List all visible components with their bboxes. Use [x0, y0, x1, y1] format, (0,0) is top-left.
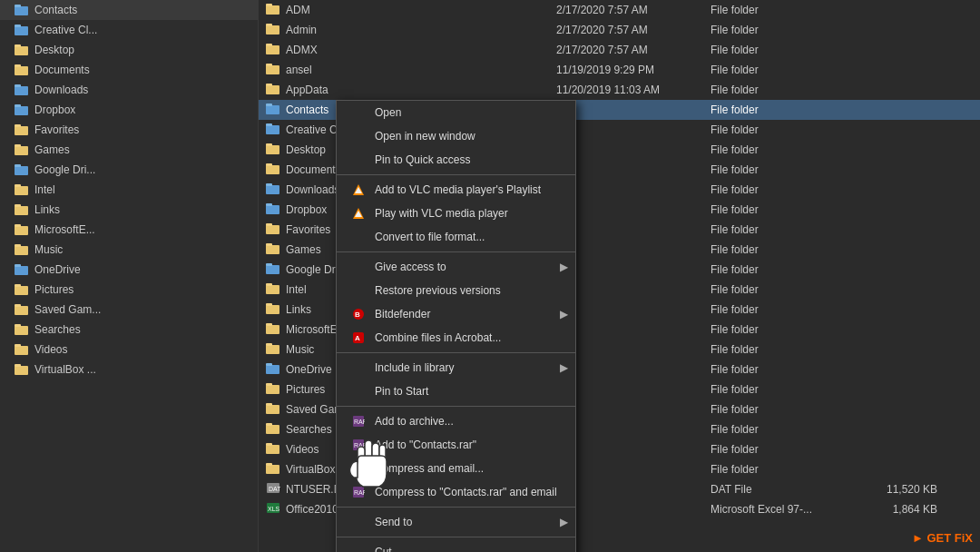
explorer-background: Contacts Creative Cl... Desktop Document… — [0, 0, 980, 552]
file-row-ansel[interactable]: ansel 11/19/2019 9:29 PM File folder — [259, 60, 980, 80]
ctx-compress-email[interactable]: RAR Compress and email... — [337, 457, 575, 480]
svg-rect-21 — [15, 204, 21, 207]
svg-rect-34 — [15, 346, 28, 355]
sidebar-item-documents[interactable]: Documents — [0, 60, 258, 80]
sidebar-item-savedgames[interactable]: Saved Gam... — [0, 300, 258, 320]
svg-rect-2 — [15, 26, 28, 35]
sidebar-item-microsoft[interactable]: MicrosoftE... — [0, 220, 258, 240]
ctx-convert[interactable]: Convert to file format... — [337, 225, 575, 249]
svg-rect-9 — [15, 84, 21, 87]
sidebar-item-games[interactable]: Games — [0, 140, 258, 160]
svg-rect-67 — [266, 283, 272, 286]
sidebar-item-virtualbox[interactable]: VirtualBox ... — [0, 360, 258, 380]
ctx-open[interactable]: Open — [337, 101, 575, 124]
folder-icon — [15, 323, 29, 336]
arrow-icon: ▶ — [560, 261, 568, 273]
file-row-admin[interactable]: Admin 2/17/2020 7:57 AM File folder — [259, 20, 980, 40]
folder-icon — [15, 343, 29, 356]
svg-rect-72 — [266, 345, 279, 354]
ctx-separator-2 — [337, 251, 575, 252]
sidebar-item-pictures[interactable]: Pictures — [0, 280, 258, 300]
ctx-vlc-play[interactable]: Play with VLC media player — [337, 202, 575, 225]
sidebar-item-favorites[interactable]: Favorites — [0, 120, 258, 140]
svg-rect-65 — [266, 263, 272, 266]
svg-rect-20 — [15, 206, 28, 215]
ctx-vlc-playlist[interactable]: Add to VLC media player's Playlist — [337, 178, 575, 202]
svg-rect-69 — [266, 303, 272, 306]
sidebar-item-onedrive[interactable]: OneDrive — [0, 260, 258, 280]
svg-rect-26 — [15, 266, 28, 275]
sidebar-label: Intel — [34, 183, 55, 196]
svg-rect-74 — [266, 365, 279, 374]
ctx-add-contacts-rar[interactable]: RAR Add to "Contacts.rar" — [337, 433, 575, 457]
ctx-separator-6 — [337, 537, 575, 537]
ctx-acrobat[interactable]: A Combine files in Acrobat... — [337, 326, 575, 350]
svg-rect-49 — [266, 104, 272, 106]
ctx-include-library[interactable]: Include in library ▶ — [337, 356, 575, 380]
sidebar-item-intel[interactable]: Intel — [0, 180, 258, 200]
sidebar-item-searches[interactable]: Searches — [0, 320, 258, 340]
svg-rect-43 — [266, 44, 272, 46]
sidebar-item-desktop[interactable]: Desktop — [0, 40, 258, 60]
sidebar-item-music[interactable]: Music — [0, 240, 258, 260]
svg-rect-37 — [15, 364, 21, 367]
rar-icon: RAR — [349, 414, 368, 429]
sidebar-item-videos[interactable]: Videos — [0, 340, 258, 360]
svg-rect-85 — [266, 463, 272, 466]
sidebar-item-creative[interactable]: Creative Cl... — [0, 20, 258, 40]
file-row-appdata[interactable]: AppData 11/20/2019 11:03 AM File folder — [259, 80, 980, 100]
folder-icon — [15, 64, 29, 76]
cut-icon — [349, 545, 368, 552]
svg-rect-45 — [266, 64, 272, 66]
svg-rect-63 — [266, 243, 272, 246]
ctx-pin-quickaccess[interactable]: Pin to Quick access — [337, 148, 575, 172]
ctx-bitdefender[interactable]: B Bitdefender ▶ — [337, 302, 575, 326]
svg-rect-78 — [266, 405, 279, 414]
svg-rect-36 — [15, 366, 28, 375]
vlc-icon — [349, 182, 368, 197]
folder-icon — [15, 123, 29, 136]
svg-rect-56 — [266, 185, 279, 194]
sidebar-item-dropbox[interactable]: Dropbox — [0, 100, 258, 120]
sidebar-item-links[interactable]: Links — [0, 200, 258, 220]
svg-rect-53 — [266, 143, 272, 146]
sidebar-item-downloads[interactable]: Downloads — [0, 80, 258, 100]
sidebar-label: Links — [34, 203, 60, 216]
ctx-send-to[interactable]: Send to ▶ — [337, 510, 575, 534]
ctx-give-access[interactable]: Give access to ▶ — [337, 255, 575, 279]
svg-text:RAR: RAR — [354, 466, 365, 472]
svg-rect-77 — [266, 383, 272, 386]
ctx-restore-versions[interactable]: Restore previous versions — [337, 279, 575, 302]
svg-rect-14 — [15, 146, 28, 155]
ctx-pin-start[interactable]: Pin to Start — [337, 380, 575, 403]
sidebar-label: Games — [34, 143, 70, 156]
ctx-add-archive[interactable]: RAR Add to archive... — [337, 409, 575, 433]
give-access-icon — [349, 260, 368, 274]
sidebar-label: MicrosoftE... — [34, 223, 95, 236]
svg-rect-0 — [15, 6, 28, 15]
file-row-adm[interactable]: ADM 2/17/2020 7:57 AM File folder — [259, 0, 980, 20]
ctx-open-new-window[interactable]: Open in new window — [337, 124, 575, 148]
file-row-admx[interactable]: ADMX 2/17/2020 7:57 AM File folder — [259, 40, 980, 60]
ctx-cut[interactable]: Cut — [337, 540, 575, 552]
folder-icon — [15, 363, 29, 376]
folder-icon — [15, 223, 29, 236]
svg-rect-81 — [266, 423, 272, 426]
ctx-separator-5 — [337, 507, 575, 508]
svg-rect-23 — [15, 224, 21, 227]
folder-icon — [15, 303, 29, 316]
ctx-compress-contacts-email[interactable]: RAR Compress to "Contacts.rar" and email — [337, 480, 575, 504]
sidebar-label: Downloads — [34, 84, 88, 96]
svg-text:RAR: RAR — [354, 419, 365, 425]
arrow-icon: ▶ — [560, 516, 568, 528]
svg-rect-55 — [266, 163, 272, 166]
svg-rect-42 — [266, 45, 279, 54]
svg-rect-10 — [15, 106, 28, 115]
sidebar-item-googledrive[interactable]: Google Dri... — [0, 160, 258, 180]
svg-rect-70 — [266, 325, 279, 334]
rar-add-icon: RAR — [349, 438, 368, 452]
folder-icon — [15, 243, 29, 256]
sidebar-label: Creative Cl... — [34, 24, 97, 36]
folder-icon — [15, 183, 29, 196]
sidebar-item-contacts[interactable]: Contacts — [0, 0, 258, 20]
